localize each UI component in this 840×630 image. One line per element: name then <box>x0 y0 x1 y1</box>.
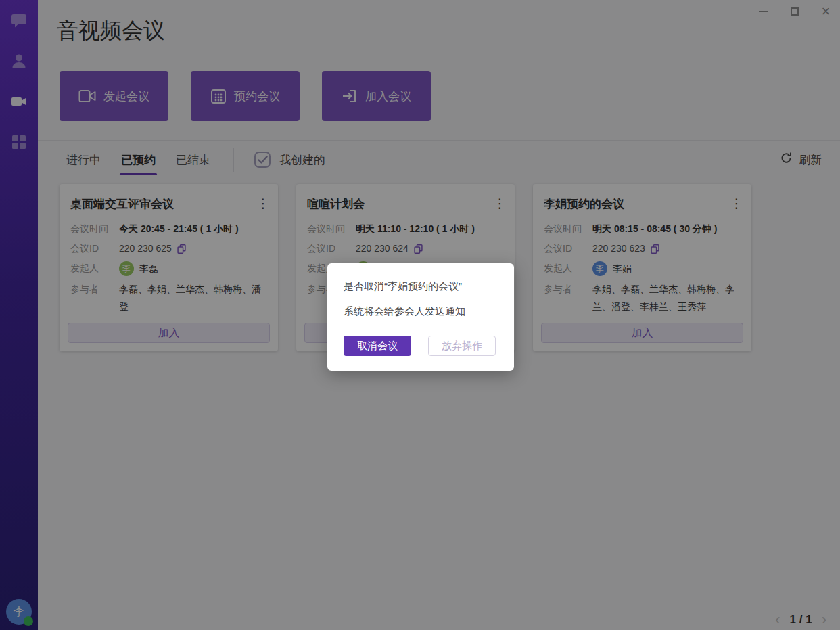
confirm-cancel-meeting-button[interactable]: 取消会议 <box>344 336 411 356</box>
dialog-message: 系统将会给参会人发送通知 <box>344 305 498 318</box>
cancel-meeting-dialog: 是否取消“李娟预约的会议” 系统将会给参会人发送通知 取消会议 放弃操作 <box>327 263 514 371</box>
dialog-actions: 取消会议 放弃操作 <box>344 336 498 356</box>
dialog-title: 是否取消“李娟预约的会议” <box>344 280 498 293</box>
app-window: 李 × 音视频会议 发起会议 预约会议 <box>0 0 840 630</box>
abandon-action-button[interactable]: 放弃操作 <box>428 336 496 356</box>
